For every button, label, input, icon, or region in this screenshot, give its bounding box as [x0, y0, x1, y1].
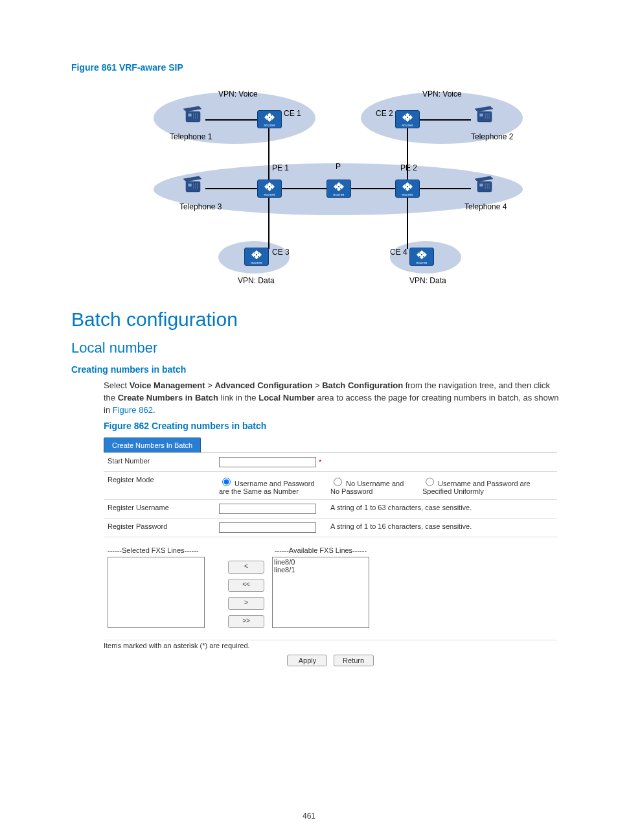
router-ce1 [257, 110, 282, 128]
svg-rect-65 [488, 183, 490, 185]
svg-rect-67 [486, 185, 488, 187]
label-vpn-data-right: VPN: Data [409, 276, 446, 285]
move-left-all-button[interactable]: << [228, 579, 264, 592]
label-vpn-voice-left: VPN: Voice [218, 89, 258, 99]
figure-861-diagram: VPN: Voice VPN: Voice Telephone 1 Teleph… [118, 79, 513, 293]
hint-username: A string of 1 to 63 characters, case sen… [326, 499, 557, 518]
svg-rect-63 [485, 183, 486, 185]
label-register-password: Register Password [104, 518, 215, 537]
svg-rect-31 [195, 113, 196, 115]
label-ce3: CE 3 [272, 248, 290, 257]
svg-rect-52 [193, 183, 194, 185]
selected-fxs-list[interactable] [108, 557, 205, 628]
available-fxs-title: ------Available FXS Lines------ [272, 546, 369, 554]
apply-button[interactable]: Apply [287, 655, 327, 666]
hint-password: A string of 1 to 16 characters, case sen… [326, 518, 557, 537]
svg-rect-35 [197, 115, 198, 117]
svg-marker-22 [251, 252, 256, 257]
svg-rect-48 [486, 117, 488, 119]
svg-rect-29 [188, 113, 192, 117]
svg-marker-14 [334, 184, 338, 189]
heading-batch-configuration: Batch configuration [71, 309, 560, 331]
available-fxs-list[interactable]: line8/0 line8/1 [272, 557, 369, 628]
svg-marker-2 [264, 115, 269, 120]
svg-rect-70 [486, 187, 488, 189]
move-right-all-button[interactable]: >> [228, 615, 264, 628]
radio-opt-uniform[interactable]: Username and Password are Specified Unif… [422, 480, 531, 495]
label-register-username: Register Username [104, 499, 215, 518]
svg-marker-26 [417, 252, 421, 257]
label-tel4: Telephone 4 [464, 202, 507, 211]
label-vpn-data-left: VPN: Data [238, 276, 275, 285]
svg-marker-23 [257, 252, 262, 257]
move-right-button[interactable]: > [228, 597, 264, 610]
phone-icon-4 [471, 175, 497, 194]
breadcrumb-advanced-config: Advanced Configuration [214, 380, 312, 390]
svg-rect-41 [485, 113, 486, 115]
svg-rect-51 [188, 183, 192, 187]
label-pe1: PE 1 [272, 163, 289, 172]
register-password-input[interactable] [219, 522, 316, 533]
svg-rect-44 [485, 115, 486, 117]
label-tel1: Telephone 1 [170, 132, 212, 141]
router-ce4 [409, 248, 434, 266]
svg-marker-15 [339, 184, 344, 189]
svg-marker-19 [408, 184, 413, 189]
breadcrumb-voice-management: Voice Management [130, 380, 205, 390]
svg-rect-69 [485, 187, 486, 189]
svg-rect-34 [195, 115, 196, 117]
svg-rect-32 [197, 113, 198, 115]
svg-marker-3 [270, 115, 275, 120]
list-item[interactable]: line8/1 [274, 566, 367, 574]
router-ce2 [395, 110, 420, 128]
svg-marker-18 [402, 184, 407, 189]
svg-rect-59 [195, 187, 196, 189]
svg-marker-10 [264, 184, 269, 189]
svg-rect-36 [193, 117, 194, 119]
tab-create-numbers[interactable]: Create Numbers In Batch [104, 438, 201, 452]
svg-rect-53 [195, 183, 196, 185]
return-button[interactable]: Return [334, 655, 374, 666]
phone-icon-1 [179, 105, 205, 124]
figure-862-screenshot: Create Numbers In Batch Start Number * R… [104, 438, 557, 666]
page-number: 461 [0, 811, 618, 821]
label-ce4: CE 4 [390, 248, 407, 257]
router-p [326, 180, 351, 198]
svg-rect-40 [479, 113, 483, 117]
router-ce3 [244, 248, 269, 266]
svg-rect-66 [485, 185, 486, 187]
router-pe2 [395, 180, 420, 198]
start-number-input[interactable] [219, 457, 316, 467]
svg-rect-56 [195, 185, 196, 187]
svg-rect-57 [197, 185, 198, 187]
register-username-input[interactable] [219, 504, 316, 514]
svg-marker-27 [422, 252, 427, 257]
move-left-button[interactable]: < [228, 561, 264, 574]
label-start-number: Start Number [104, 453, 215, 472]
required-asterisk: * [319, 458, 321, 466]
figure-862-link[interactable]: Figure 862 [113, 405, 153, 415]
svg-rect-42 [486, 113, 488, 115]
label-vpn-voice-right: VPN: Voice [422, 89, 462, 99]
instruction-paragraph: Select Voice Management > Advanced Confi… [104, 380, 560, 417]
svg-rect-33 [193, 115, 194, 117]
svg-rect-62 [479, 183, 483, 187]
svg-rect-38 [197, 117, 198, 119]
radio-opt-no-auth[interactable]: No Username and No Password [330, 480, 404, 495]
list-item[interactable]: line8/0 [274, 558, 367, 566]
label-register-mode: Register Mode [104, 471, 215, 499]
link-name-create-numbers: Create Numbers in Batch [118, 393, 218, 402]
svg-rect-43 [488, 113, 490, 115]
svg-rect-71 [488, 187, 490, 189]
radio-opt-same-as-number[interactable]: Username and Password are the Same as Nu… [219, 480, 315, 495]
svg-rect-30 [193, 113, 194, 115]
label-ce2: CE 2 [376, 109, 393, 118]
svg-rect-47 [485, 117, 486, 119]
breadcrumb-batch-config: Batch Configuration [322, 380, 403, 390]
label-p: P [336, 162, 341, 171]
svg-marker-7 [408, 115, 413, 120]
svg-rect-64 [486, 183, 488, 185]
svg-rect-49 [488, 117, 490, 119]
para-text: Select [104, 380, 130, 390]
area-name-local-number: Local Number [258, 393, 315, 402]
